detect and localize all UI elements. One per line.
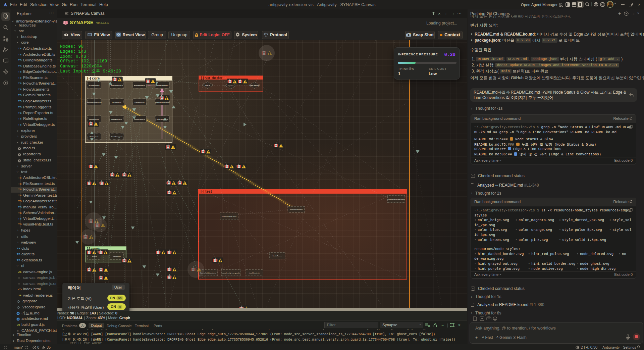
svg-text:FlowchartGenerator.test.ts: FlowchartGenerator.test.ts — [388, 198, 405, 200]
svg-text:FlowchartGenerator: FlowchartGenerator — [290, 209, 303, 210]
svg-text:state_checkers: state_checkers — [250, 85, 260, 86]
svg-text:ArchitectureDSL.ts: ArchitectureDSL.ts — [111, 85, 123, 86]
svg-text:ArchitectureDSL.test.ts: ArchitectureDSL.test.ts — [222, 216, 237, 217]
svg-text:ReportExporter.ts: ReportExporter.ts — [157, 118, 168, 120]
svg-text:FileScanner.ts: FileScanner.ts — [112, 101, 121, 103]
svg-text:mod.rs: mod.rs — [205, 85, 210, 86]
svg-text:BillingManager.ts: BillingManager.ts — [134, 85, 145, 86]
svg-text:VirtualDebugger.ts: VirtualDebugger.ts — [111, 136, 123, 138]
svg-text:LogicAnalyzer.ts: LogicAnalyzer.ts — [111, 118, 122, 120]
svg-text:reporters: reporters — [228, 85, 234, 87]
svg-text:DatabaseEngine.ts: DatabaseEngine.ts — [156, 85, 169, 86]
svg-text:FlowScanner.ts: FlowScanner.ts — [135, 101, 145, 103]
svg-text:visualHints.test.ts: visualHints.test.ts — [249, 272, 260, 274]
svg-text:GeminiParsers: GeminiParsers — [272, 255, 282, 257]
svg-text:1: 1 — [6, 16, 8, 19]
svg-text:2: 2 — [6, 39, 8, 42]
svg-text:[-] rust_checker: [-] rust_checker — [201, 76, 222, 80]
svg-text:PromptLogger.ts: PromptLogger.ts — [134, 118, 145, 120]
svg-text:manual_verify_iron_guard.ts: manual_verify_iron_guard.ts — [222, 272, 240, 274]
svg-text:standalones: standalones — [113, 255, 121, 257]
svg-text:FlowchartGenerator.ts: FlowchartGenerator.ts — [155, 101, 170, 103]
